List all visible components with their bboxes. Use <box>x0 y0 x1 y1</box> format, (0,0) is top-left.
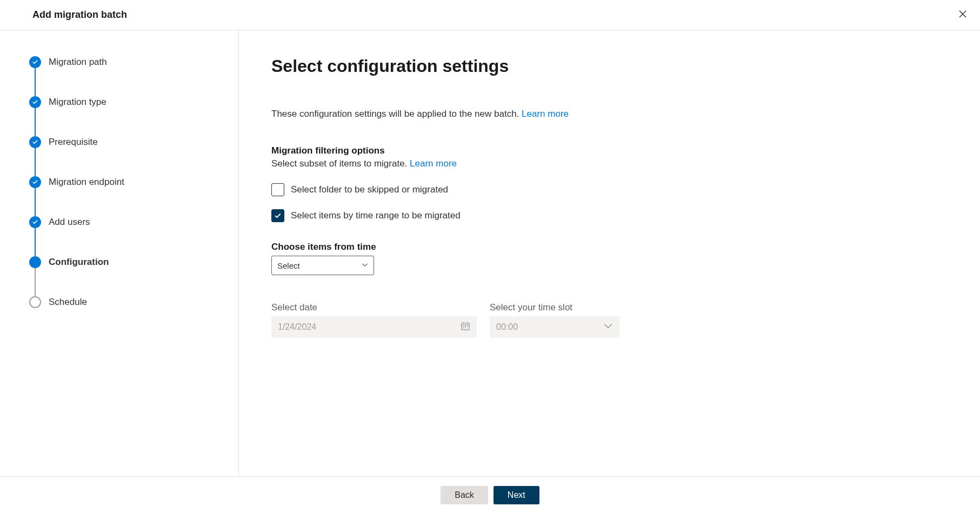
dialog-header: Add migration batch <box>0 0 980 30</box>
step-migration-type[interactable]: Migration type <box>29 96 217 136</box>
svg-rect-4 <box>463 326 464 327</box>
checkbox-label: Select items by time range to be migrate… <box>291 210 461 221</box>
wizard-sidebar: Migration path Migration type Prerequisi… <box>0 30 239 478</box>
date-value: 1/24/2024 <box>278 322 316 332</box>
step-list: Migration path Migration type Prerequisi… <box>29 56 217 308</box>
step-label: Migration type <box>49 97 106 108</box>
time-value: 00:00 <box>496 322 518 332</box>
checkbox-label: Select folder to be skipped or migrated <box>291 184 448 195</box>
filtering-heading: Migration filtering options <box>271 145 948 156</box>
step-migration-endpoint[interactable]: Migration endpoint <box>29 176 217 216</box>
dialog-footer: Back Next <box>0 476 980 478</box>
step-label: Add users <box>49 217 90 228</box>
checkbox-select-time-range[interactable]: Select items by time range to be migrate… <box>271 209 948 222</box>
chevron-down-icon <box>603 321 613 333</box>
time-label: Select your time slot <box>490 302 619 313</box>
checkbox-select-folder[interactable]: Select folder to be skipped or migrated <box>271 183 948 196</box>
step-configuration[interactable]: Configuration <box>29 256 217 296</box>
main-panel: Select configuration settings These conf… <box>239 30 980 478</box>
date-label: Select date <box>271 302 477 313</box>
calendar-icon <box>461 321 470 333</box>
date-input: 1/24/2024 <box>271 316 477 338</box>
step-migration-path[interactable]: Migration path <box>29 56 217 96</box>
page-heading: Select configuration settings <box>271 56 948 76</box>
step-add-users[interactable]: Add users <box>29 216 217 256</box>
filtering-subtext-content: Select subset of items to migrate. <box>271 158 410 169</box>
checkbox-icon[interactable] <box>271 209 284 222</box>
intro-text-content: These configuration settings will be app… <box>271 109 522 119</box>
check-icon <box>29 176 41 188</box>
step-label: Migration endpoint <box>49 177 124 188</box>
svg-rect-8 <box>465 328 466 329</box>
svg-rect-6 <box>467 326 468 327</box>
chevron-down-icon <box>362 261 368 270</box>
step-label: Migration path <box>49 57 107 68</box>
filtering-subtext: Select subset of items to migrate. Learn… <box>271 158 948 169</box>
date-time-row: Select date 1/24/2024 Select your time s… <box>271 302 948 338</box>
svg-rect-7 <box>463 328 464 329</box>
close-icon[interactable] <box>956 8 969 22</box>
checkbox-icon[interactable] <box>271 183 284 196</box>
svg-rect-5 <box>465 326 466 327</box>
current-step-icon <box>29 256 41 268</box>
check-icon <box>29 136 41 148</box>
check-icon <box>29 216 41 228</box>
choose-items-label: Choose items from time <box>271 242 948 252</box>
intro-text: These configuration settings will be app… <box>271 109 948 119</box>
time-column: Select your time slot 00:00 <box>490 302 619 338</box>
check-icon <box>29 56 41 68</box>
step-schedule[interactable]: Schedule <box>29 296 217 308</box>
choose-items-select[interactable]: Select <box>271 256 374 275</box>
date-column: Select date 1/24/2024 <box>271 302 477 338</box>
dialog-title: Add migration batch <box>32 9 127 21</box>
choose-items-time-block: Choose items from time Select <box>271 242 948 275</box>
step-label: Configuration <box>49 257 109 268</box>
step-prerequisite[interactable]: Prerequisite <box>29 136 217 176</box>
check-icon <box>29 96 41 108</box>
learn-more-link[interactable]: Learn more <box>522 109 569 119</box>
select-value: Select <box>277 261 300 270</box>
content-wrapper: Migration path Migration type Prerequisi… <box>0 30 980 478</box>
time-select: 00:00 <box>490 316 619 338</box>
filtering-learn-more-link[interactable]: Learn more <box>410 158 457 169</box>
step-label: Schedule <box>49 297 87 308</box>
pending-step-icon <box>29 296 41 308</box>
step-label: Prerequisite <box>49 137 98 148</box>
